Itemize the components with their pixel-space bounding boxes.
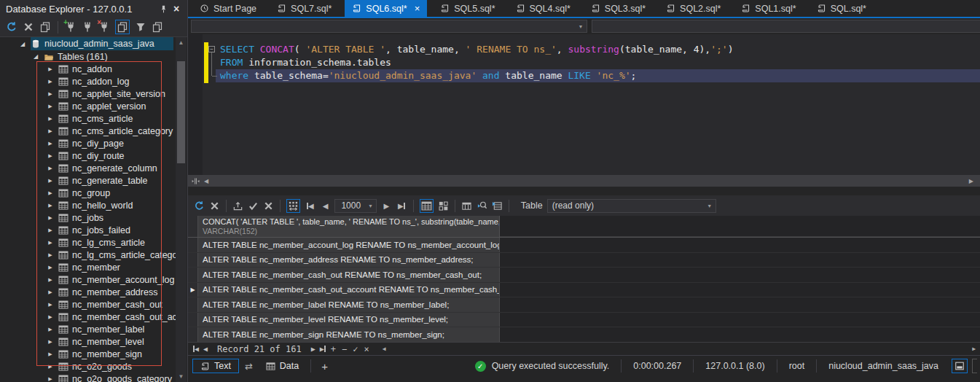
next-record-icon[interactable]: ▶	[309, 345, 318, 353]
close-tab-icon[interactable]: ×	[415, 3, 420, 14]
row-selector[interactable]: ▶	[188, 268, 198, 282]
delete-icon[interactable]	[23, 21, 34, 33]
add-result-tab-button[interactable]: +	[315, 360, 334, 373]
splitter-icon[interactable]	[191, 176, 200, 186]
chevron-expanded-icon[interactable]: ◢	[32, 53, 39, 60]
tree-item-table[interactable]: ▶ nc_cms_article_category	[0, 125, 187, 137]
tree-item-table[interactable]: ▶ nc_o2o_goods	[0, 360, 187, 373]
editor-tab[interactable]: SQL4.sql* ×	[509, 0, 578, 17]
chevron-right-icon[interactable]: ▶	[47, 116, 54, 122]
tree-item-table[interactable]: ▶ nc_cms_article	[0, 112, 187, 125]
editor-tab[interactable]: SQL7.sql* ×	[270, 0, 339, 17]
find-in-results-icon[interactable]	[477, 200, 487, 211]
table-row[interactable]: ▶ ALTER TABLE nc_member_account_log RENA…	[188, 238, 980, 253]
chevron-right-icon[interactable]: ▶	[47, 265, 54, 270]
stop-icon[interactable]	[209, 200, 220, 211]
goto-row-icon[interactable]	[492, 200, 503, 211]
table-row[interactable]: ▶ ALTER TABLE nc_member_cash_out_account…	[188, 283, 980, 298]
chevron-right-icon[interactable]: ▶	[47, 364, 54, 370]
table-row[interactable]: ▶ ALTER TABLE nc_member_label RENAME TO …	[188, 297, 980, 313]
chevron-right-icon[interactable]: ▶	[47, 376, 54, 382]
chevron-right-icon[interactable]: ▶	[47, 79, 54, 85]
table-mode-select[interactable]: (read only) ▼	[547, 199, 716, 213]
add-connection-icon[interactable]: +	[65, 21, 77, 33]
commit-icon[interactable]	[248, 200, 259, 211]
export-data-icon[interactable]	[232, 200, 243, 211]
post-edit-icon[interactable]: ✓	[350, 344, 361, 354]
tab-data[interactable]: Data	[259, 359, 306, 373]
row-value[interactable]: ALTER TABLE nc_member_account_log RENAME…	[198, 238, 500, 252]
scrollbar-thumb[interactable]	[177, 61, 185, 163]
filter-icon[interactable]	[135, 21, 146, 33]
page-size-select[interactable]: 1000 ▼	[334, 199, 377, 213]
editor-tab[interactable]: SQL1.sql* ×	[734, 0, 803, 17]
chevron-right-icon[interactable]: ▶	[47, 289, 54, 295]
editor-tab[interactable]: Start Page ×	[192, 0, 264, 17]
rollback-icon[interactable]	[263, 200, 274, 211]
editor-tab[interactable]: SQL6.sql* ×	[345, 0, 427, 17]
first-page-icon[interactable]: ◀	[305, 202, 316, 210]
close-panel-icon[interactable]: ×	[170, 2, 183, 15]
prev-page-icon[interactable]: ◀	[321, 202, 331, 210]
chevron-right-icon[interactable]: ▶	[47, 104, 54, 109]
delete-record-icon[interactable]: −	[339, 344, 350, 354]
tree-item-table[interactable]: ▶ nc_addon	[0, 63, 187, 75]
row-selector[interactable]: ▶	[188, 297, 198, 312]
cancel-edit-icon[interactable]: ×	[361, 344, 372, 354]
table-row[interactable]: ▶ ALTER TABLE nc_member_cash_out RENAME …	[188, 268, 980, 283]
last-page-icon[interactable]: ▶	[396, 202, 407, 210]
card-view-icon[interactable]	[438, 200, 449, 211]
tree-item-table[interactable]: ▶ nc_diy_page	[0, 137, 187, 149]
chevron-right-icon[interactable]: ▶	[47, 165, 54, 171]
sql-code[interactable]: SELECT CONCAT( 'ALTER TABLE ', table_nam…	[216, 34, 980, 82]
row-selector[interactable]: ▶	[188, 253, 198, 268]
row-value[interactable]: ALTER TABLE nc_member_cash_out RENAME TO…	[198, 268, 500, 282]
tree-item-table[interactable]: ▶ nc_generate_column	[0, 162, 187, 174]
chevron-right-icon[interactable]: ▶	[47, 314, 54, 320]
tree-scrollbar[interactable]: ▲ ▼	[176, 37, 187, 382]
tree-item-table[interactable]: ▶ nc_member_level	[0, 335, 187, 348]
chevron-right-icon[interactable]: ▶	[47, 215, 54, 221]
scroll-up-icon[interactable]: ▲	[176, 37, 187, 48]
chevron-expanded-icon[interactable]: ◢	[19, 41, 26, 47]
chevron-right-icon[interactable]: ▶	[47, 153, 54, 159]
tab-text[interactable]: Text	[192, 359, 239, 373]
insert-record-icon[interactable]: +	[328, 344, 339, 354]
next-page-icon[interactable]: ▶	[381, 202, 391, 210]
scroll-right-icon[interactable]: ▶	[972, 346, 977, 352]
row-value[interactable]: ALTER TABLE nc_member_label RENAME TO ns…	[198, 297, 500, 312]
chevron-right-icon[interactable]: ▶	[47, 91, 54, 97]
tree-item-table[interactable]: ▶ nc_group	[0, 187, 187, 199]
prev-record-icon[interactable]: ◀	[201, 345, 210, 353]
chevron-right-icon[interactable]: ▶	[47, 302, 54, 308]
editor-tab[interactable]: SQL2.sql* ×	[659, 0, 728, 17]
tree-item-tables-folder[interactable]: ◢ Tables (161)	[0, 50, 187, 63]
query-history-dropdown[interactable]: ▼	[191, 20, 587, 33]
table-row[interactable]: ▶ ALTER TABLE nc_member_sign RENAME TO n…	[188, 327, 980, 342]
chevron-right-icon[interactable]: ▶	[47, 128, 54, 134]
grid-view-icon[interactable]	[420, 199, 434, 213]
last-record-icon[interactable]: ▶	[318, 345, 328, 353]
column-header[interactable]: CONCAT( 'ALTER TABLE ', table_name, ' RE…	[198, 216, 500, 237]
chevron-right-icon[interactable]: ▶	[47, 178, 54, 184]
chevron-right-icon[interactable]: ▶	[47, 327, 54, 332]
chevron-right-icon[interactable]: ▶	[47, 277, 54, 283]
aux-field[interactable]	[592, 20, 980, 33]
tree-item-table[interactable]: ▶ nc_applet_version	[0, 100, 187, 112]
tree-item-table[interactable]: ▶ nc_o2o_goods_category	[0, 373, 187, 382]
table-row[interactable]: ▶ ALTER TABLE nc_member_level RENAME TO …	[188, 313, 980, 328]
editor-hscrollbar[interactable]: ◀ ▶	[188, 175, 980, 187]
fold-collapse-icon[interactable]: −	[208, 46, 215, 52]
row-value[interactable]: ALTER TABLE nc_member_sign RENAME TO ns_…	[198, 327, 500, 342]
tree-item-table[interactable]: ▶ nc_member_sign	[0, 348, 187, 360]
table-row[interactable]: ▶ ALTER TABLE nc_member_address RENAME T…	[188, 253, 980, 268]
tree-item-table[interactable]: ▶ nc_lg_cms_article_category	[0, 249, 187, 261]
row-selector-header[interactable]	[188, 216, 198, 237]
chevron-right-icon[interactable]: ▶	[47, 240, 54, 246]
row-selector[interactable]: ▶	[188, 238, 198, 252]
pin-icon[interactable]	[157, 2, 170, 15]
tree-item-database[interactable]: ◢ niucloud_admin_saas_java	[0, 37, 187, 50]
tree-item-table[interactable]: ▶ nc_member_cash_out	[0, 298, 187, 311]
remove-connection-icon[interactable]: ×	[98, 21, 110, 33]
tree-item-table[interactable]: ▶ nc_addon_log	[0, 75, 187, 87]
